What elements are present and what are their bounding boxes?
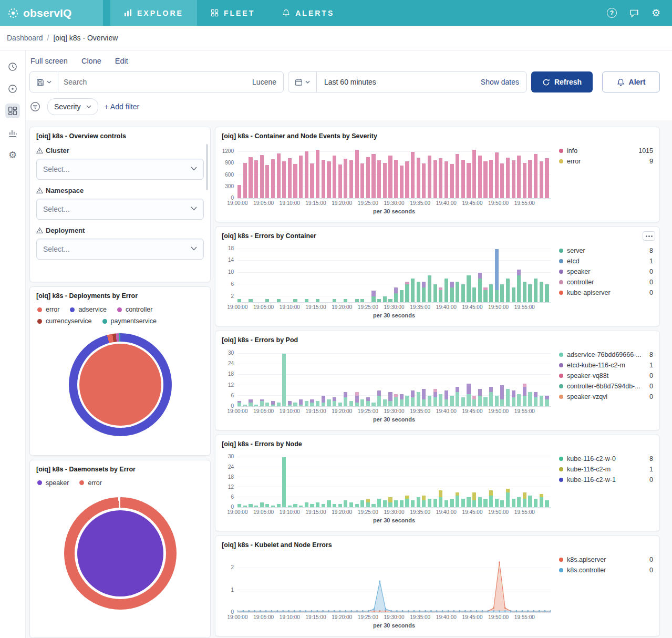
cluster-select[interactable]: Select... (36, 159, 204, 180)
bar-segment (428, 396, 431, 406)
bar-segment (433, 397, 437, 406)
bar-segment (411, 390, 415, 397)
breadcrumb-dashboard[interactable]: Dashboard (7, 34, 43, 42)
legend-label: kube-apiserver (567, 289, 646, 296)
nav-fleet[interactable]: FLEET (197, 0, 268, 26)
nav-alerts[interactable]: ALERTS (268, 0, 348, 26)
namespace-select[interactable]: Select... (36, 199, 204, 220)
bar-segment (288, 405, 292, 406)
legend-item[interactable]: etcd-kube-116-c2-m1 (559, 362, 653, 369)
legend-item[interactable]: etcd1 (559, 258, 653, 265)
legend-item[interactable]: controller (117, 306, 152, 313)
legend-item[interactable]: speaker0 (559, 268, 653, 275)
calendar-button[interactable] (288, 72, 317, 92)
bar-segment (523, 387, 526, 396)
legend-item[interactable]: error (79, 479, 101, 487)
side-rail: ⚙ (0, 50, 26, 638)
saved-queries-button[interactable] (30, 72, 58, 92)
control-label: Namespace (46, 187, 84, 194)
bar (450, 350, 453, 406)
clone-link[interactable]: Clone (81, 57, 101, 65)
add-filter-link[interactable]: + Add filter (105, 102, 140, 111)
legend-item[interactable]: kube-116-c2-w-10 (559, 476, 653, 483)
panel-title: [oiq] k8s - Container and Node Events by… (222, 132, 653, 140)
dashboards-nav-active[interactable] (5, 104, 20, 118)
x-tick-label: 19:50:00 (488, 614, 509, 620)
legend-item[interactable]: server8 (559, 247, 653, 254)
legend-dot-icon (559, 395, 563, 399)
bar (254, 350, 258, 406)
x-tick-label: 19:50:00 (488, 408, 509, 414)
edit-link[interactable]: Edit (115, 57, 128, 65)
deployment-select[interactable]: Select... (36, 239, 204, 260)
legend-value: 0 (649, 268, 653, 275)
bar (400, 454, 404, 507)
legend-item[interactable]: speaker-vzqvi0 (559, 393, 653, 400)
legend-item[interactable]: error9 (559, 158, 653, 165)
brand-logo[interactable]: observIQ (0, 0, 103, 26)
bar (478, 146, 482, 198)
bar-segment (467, 163, 470, 198)
legend-item[interactable]: currencyservice (37, 317, 92, 325)
bar (545, 246, 549, 302)
legend-item[interactable]: controller-6b8d7594db-...0 (559, 383, 653, 390)
bar (461, 350, 465, 406)
legend-item[interactable]: adservice (70, 306, 107, 313)
legend-item[interactable]: k8s.controller0 (559, 567, 653, 574)
legend-item[interactable]: info1015 (559, 147, 653, 155)
panel-errors-by-pod: [oiq] k8s - Errors by Pod 061218243019:0… (215, 331, 660, 430)
panel-options-button[interactable] (643, 231, 655, 241)
bar-segment (478, 396, 482, 406)
time-range-label[interactable]: Last 60 minutes (317, 78, 376, 86)
bar (344, 350, 347, 406)
legend-dot-icon (559, 374, 563, 378)
bar (293, 146, 297, 198)
x-tick-label: 19:15:00 (306, 509, 326, 515)
bar-segment (478, 156, 482, 198)
bar-segment (506, 279, 510, 302)
help-icon[interactable]: ? (607, 8, 617, 18)
discover-compass-icon[interactable] (8, 84, 17, 94)
bar (450, 146, 453, 198)
bar (282, 146, 286, 198)
bar-segment (333, 504, 336, 507)
legend-item[interactable]: kube-116-c2-m1 (559, 466, 653, 473)
legend-item[interactable]: kube-116-c2-w-08 (559, 455, 653, 462)
nav-explore[interactable]: EXPLORE (110, 0, 197, 26)
feedback-chat-icon[interactable] (629, 8, 639, 18)
bar-segment (377, 299, 381, 302)
x-tick-label: 19:40:00 (436, 408, 457, 414)
alert-button[interactable]: Alert (602, 71, 660, 92)
search-input[interactable] (58, 78, 252, 86)
filter-menu-icon[interactable] (29, 101, 41, 112)
donut-inner-slice (77, 510, 163, 596)
query-language-button[interactable]: Lucene (252, 78, 283, 86)
bar (344, 146, 347, 198)
show-dates-button[interactable]: Show dates (481, 78, 526, 86)
legend-item[interactable]: paymentservice (102, 317, 157, 325)
legend-item[interactable]: speaker-vq88t0 (559, 372, 653, 379)
visualize-chart-icon[interactable] (8, 128, 17, 138)
recently-viewed-clock-icon[interactable] (8, 62, 17, 71)
legend-item[interactable]: kube-apiserver0 (559, 289, 653, 296)
refresh-button[interactable]: Refresh (531, 71, 593, 92)
bar-segment (422, 496, 426, 500)
management-gear-icon[interactable]: ⚙ (8, 150, 17, 160)
bar (383, 246, 387, 302)
legend-item[interactable]: adservice-76bdd69666-...8 (559, 351, 653, 358)
bar-segment (371, 154, 375, 198)
legend-item[interactable]: speaker (37, 479, 69, 487)
severity-filter-chip[interactable]: Severity (47, 98, 98, 115)
x-tick-label: 19:05:00 (253, 200, 274, 206)
full-screen-link[interactable]: Full screen (30, 57, 68, 65)
legend-item[interactable]: controller0 (559, 279, 653, 286)
plot-row: 0612182430 (222, 350, 551, 407)
panel-title: [oiq] k8s - Daemonsets by Error (36, 466, 204, 473)
bar-segment (271, 405, 275, 406)
settings-gear-icon[interactable]: ⚙ (652, 8, 660, 18)
scrollbar-thumb[interactable] (206, 144, 208, 190)
bar-segment (523, 384, 526, 387)
legend-item[interactable]: error (37, 306, 59, 313)
plot (237, 146, 551, 199)
legend-item[interactable]: k8s.apiserver0 (559, 556, 653, 563)
